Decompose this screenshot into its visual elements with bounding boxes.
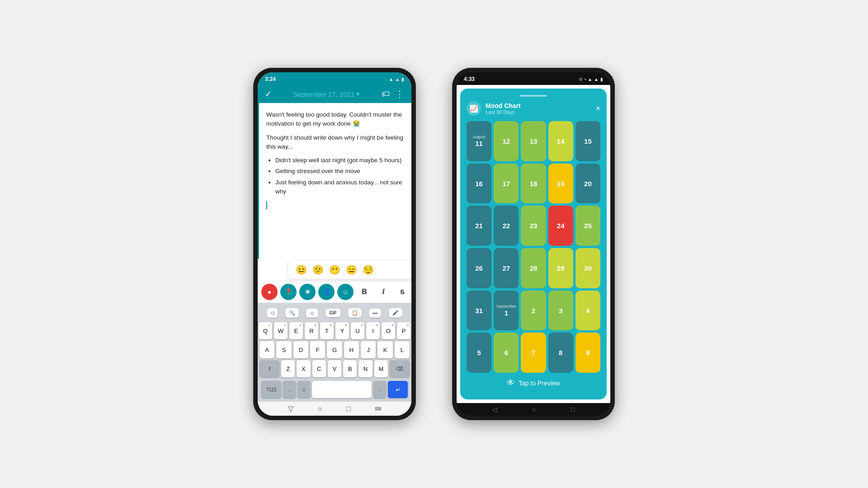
search-key[interactable]: 🔍 [285, 308, 299, 318]
key-l[interactable]: L [395, 341, 410, 358]
emoji-3[interactable]: 😶 [329, 264, 340, 275]
key-s[interactable]: S [276, 341, 291, 358]
spacebar-key[interactable] [312, 381, 372, 398]
mood-cell-sep3[interactable]: 3 [548, 291, 573, 331]
home-nav[interactable]: ○ [317, 405, 322, 413]
symbols-key[interactable]: ?123 [261, 381, 281, 398]
key-r[interactable]: R4 [305, 322, 318, 339]
journal-text-area[interactable]: Wasn't feeling too good today. Couldn't … [258, 103, 411, 259]
key-d[interactable]: D [293, 341, 308, 358]
period-key[interactable]: . [373, 381, 386, 398]
bold-btn[interactable]: B [356, 284, 373, 300]
mood-cell-17[interactable]: 17 [494, 164, 519, 204]
mood-cell-23[interactable]: 23 [521, 206, 546, 246]
tag-icon[interactable]: 🏷 [382, 89, 390, 99]
recents-nav-2[interactable]: □ [571, 406, 575, 413]
home-nav-2[interactable]: ○ [532, 406, 536, 413]
mood-cell-27[interactable]: 27 [494, 248, 519, 288]
key-p[interactable]: P0 [397, 322, 410, 339]
mood-cell-13[interactable]: 13 [521, 121, 546, 161]
mood-cell-sep1[interactable]: September1 [494, 291, 519, 331]
key-b[interactable]: B [343, 360, 357, 377]
mood-cell-22[interactable]: 22 [494, 206, 519, 246]
mood-cell-14[interactable]: 14 [548, 121, 573, 161]
mood-cell-sep7[interactable]: 7 [521, 333, 546, 373]
keyboard[interactable]: ◁ 🔍 ☺ GIF 📋 ••• 🎤 Q1 W2 E3 R4 T5 [258, 303, 411, 402]
mic-key[interactable]: 🎤 [389, 308, 402, 318]
mood-cell-16[interactable]: 16 [467, 164, 491, 204]
recents-nav[interactable]: □ [346, 405, 351, 413]
sticker-key[interactable]: ☺ [306, 309, 318, 318]
key-z[interactable]: Z [281, 360, 295, 377]
mood-cell-sep6[interactable]: 6 [494, 333, 519, 373]
mood-cell-30[interactable]: 30 [576, 248, 600, 288]
key-x[interactable]: X [297, 360, 310, 377]
key-h[interactable]: H [344, 341, 359, 358]
mood-cell-sep4[interactable]: 4 [576, 291, 600, 331]
emoji-4[interactable]: 😑 [346, 264, 357, 275]
key-a[interactable]: A [259, 341, 274, 358]
mood-cell-19[interactable]: 19 [548, 164, 573, 204]
strikethrough-btn[interactable]: S [394, 284, 410, 300]
mood-cell-26[interactable]: 26 [467, 248, 491, 288]
mood-cell-20[interactable]: 20 [576, 164, 600, 204]
mood-close-button[interactable]: × [595, 104, 600, 113]
back-nav[interactable]: ▽ [288, 404, 293, 413]
key-u[interactable]: U7 [351, 322, 364, 339]
location-btn[interactable]: 📍 [280, 284, 297, 300]
emoji-5[interactable]: 😌 [363, 264, 374, 275]
key-j[interactable]: J [361, 341, 376, 358]
backspace-key[interactable]: ⌫ [390, 360, 410, 377]
mood-cell-28[interactable]: 28 [521, 248, 546, 288]
key-o[interactable]: O9 [382, 322, 395, 339]
emoji-2[interactable]: 😕 [312, 264, 324, 275]
key-g[interactable]: G [327, 341, 342, 358]
mood-cell-aug11[interactable]: August11 [467, 121, 491, 161]
back-nav-2[interactable]: ◁ [492, 406, 497, 413]
mood-cell-29[interactable]: 29 [548, 248, 573, 288]
date-selector[interactable]: September 17, 2021 ▾ [293, 90, 360, 98]
mood-cell-sep9[interactable]: 9 [576, 333, 600, 373]
key-y[interactable]: Y6 [335, 322, 349, 339]
key-c[interactable]: C [312, 360, 326, 377]
key-m[interactable]: M [374, 360, 388, 377]
key-e[interactable]: E3 [289, 322, 303, 339]
emoji-1[interactable]: 😐 [296, 264, 307, 275]
brightness-btn[interactable]: ☀ [299, 284, 316, 300]
more-key[interactable]: ••• [369, 309, 382, 318]
key-q[interactable]: Q1 [259, 322, 272, 339]
back-key[interactable]: ◁ [267, 308, 278, 318]
mood-cell-21[interactable]: 21 [467, 206, 491, 246]
clipboard-key[interactable]: 📋 [348, 308, 362, 318]
key-n[interactable]: N [359, 360, 372, 377]
keyboard-nav[interactable]: ⌨ [375, 406, 381, 411]
gif-key[interactable]: GIF [326, 309, 340, 317]
mood-cell-25[interactable]: 25 [576, 206, 600, 246]
mood-cell-sep8[interactable]: 8 [548, 333, 573, 373]
key-i[interactable]: I8 [366, 322, 380, 339]
color-btn[interactable]: ● [261, 284, 278, 300]
mood-cell-15[interactable]: 15 [576, 121, 600, 161]
person-btn[interactable]: 👤 [318, 284, 335, 300]
emoji-keyboard-key[interactable]: ☺ [297, 381, 310, 398]
key-t[interactable]: T5 [320, 322, 334, 339]
mood-cell-18[interactable]: 18 [521, 164, 546, 204]
mood-cell-12[interactable]: 12 [494, 121, 519, 161]
key-v[interactable]: V [328, 360, 341, 377]
check-button[interactable]: ✓ [265, 89, 272, 99]
mood-cell-31[interactable]: 31 [467, 291, 491, 331]
key-w[interactable]: W2 [274, 322, 288, 339]
emoji-btn[interactable]: ☺ [337, 284, 354, 300]
italic-btn[interactable]: I [375, 284, 392, 300]
comma-key[interactable]: , [283, 381, 296, 398]
mood-cell-sep2[interactable]: 2 [521, 291, 546, 331]
tap-to-preview[interactable]: 👁 Tap to Preview [467, 373, 600, 393]
mood-cell-sep5[interactable]: 5 [467, 333, 491, 373]
key-f[interactable]: F [310, 341, 325, 358]
key-k[interactable]: K [377, 341, 392, 358]
emoji-picker[interactable]: 😐 😕 😶 😑 😌 [288, 261, 411, 279]
shift-key[interactable]: ⇧ [259, 360, 279, 377]
enter-key[interactable]: ↵ [388, 381, 408, 398]
more-options-icon[interactable]: ⋮ [395, 89, 404, 99]
mood-cell-24[interactable]: 24 [548, 206, 573, 246]
